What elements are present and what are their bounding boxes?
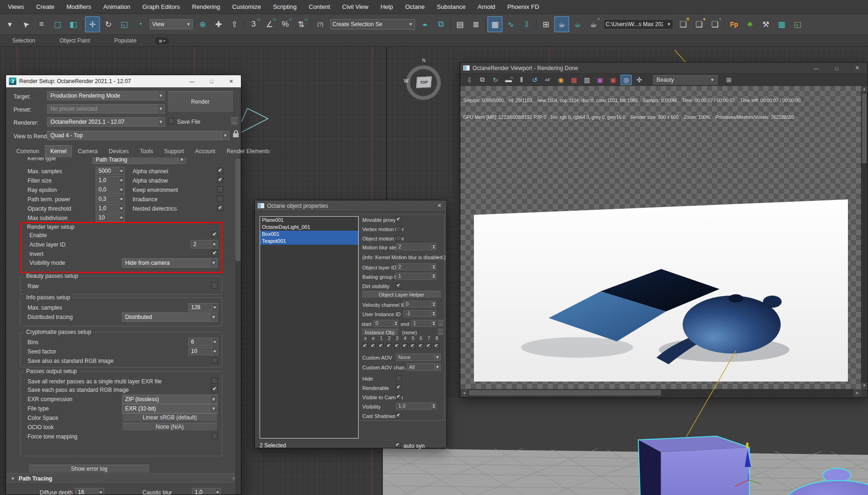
data-table-icon[interactable]: ▦ (774, 16, 789, 32)
rectangular-selection-icon[interactable]: ▢ (50, 16, 65, 32)
render-setup-dialog[interactable]: 3 Render Setup: OctaneRender 2021.1 - 12… (6, 75, 241, 495)
instance-object-button[interactable]: Instance Obj: (361, 329, 399, 336)
render-setup-icon[interactable]: ☕⚡ (586, 16, 601, 32)
visible-to-camera-checkbox[interactable] (396, 394, 402, 400)
nested-dielectrics-checkbox[interactable] (217, 205, 223, 211)
tab-tools[interactable]: Tools (134, 145, 159, 157)
object-layer-id-spinner[interactable]: 2 (396, 263, 436, 270)
close-button[interactable]: ✕ (221, 75, 241, 87)
spinner-arrows[interactable] (119, 167, 124, 175)
menu-arnold[interactable]: Arnold (472, 0, 501, 14)
layer-checkbox[interactable] (370, 343, 376, 349)
dialog-scroll-thumb[interactable] (235, 158, 240, 261)
vertical-scrollbar[interactable]: ▲ ▼ (861, 86, 868, 389)
layer-checkbox[interactable] (378, 343, 384, 349)
schematic-view-icon[interactable]: ⇩ (519, 16, 534, 32)
tab-render-elements[interactable]: Render Elements (221, 145, 275, 157)
scene-explorer-icon[interactable]: ▤ (452, 16, 467, 32)
tab-camera[interactable]: Camera (72, 145, 103, 157)
render-production-icon[interactable]: ❏● (692, 16, 706, 32)
force-tone-mapping-checkbox[interactable] (212, 433, 218, 439)
window-crossing-icon[interactable]: ◧ (66, 16, 81, 32)
angle-snap-icon[interactable]: ∠∪ (262, 16, 277, 32)
render-region-icon[interactable]: ▩ (568, 75, 579, 85)
ribbon-toggle-icon[interactable]: ▦ (487, 16, 502, 32)
save-rgb-checkbox[interactable] (212, 357, 218, 363)
visibility-mode-dropdown[interactable]: Hide from camera▼ (122, 258, 218, 268)
save-file-checkbox[interactable] (168, 118, 174, 124)
render-passes-icon[interactable]: ▣ (594, 75, 606, 85)
object-motion-blur-checkbox[interactable] (396, 235, 402, 241)
select-and-manipulate-icon[interactable]: ✚ (211, 16, 226, 32)
velocity-channel-id-spinner[interactable]: 0 (403, 301, 436, 308)
forest-pack-icon[interactable]: ♣ (742, 16, 757, 32)
menu-create[interactable]: Create (30, 0, 60, 14)
menu-animation[interactable]: Animation (97, 0, 136, 14)
tab-support[interactable]: Support (159, 145, 190, 157)
render-pass-dropdown[interactable]: Beauty ▼ (653, 75, 718, 85)
menu-content[interactable]: Content (303, 0, 336, 14)
active-layer-id-spinner[interactable]: 2 (191, 240, 218, 248)
alpha-shadow-checkbox[interactable] (217, 177, 223, 183)
cast-shadows-checkbox[interactable] (396, 413, 402, 418)
copy-image-icon[interactable]: ⧉ (477, 75, 488, 85)
scroll-down-icon[interactable]: ▼ (861, 382, 868, 389)
layer-checkbox[interactable] (386, 343, 392, 349)
spinner-arrows[interactable] (119, 195, 124, 203)
max-samples-spinner[interactable]: 5000 (96, 167, 125, 175)
film-lock-icon[interactable]: ⊞ (723, 75, 734, 85)
restart-icon[interactable]: ↺ (529, 75, 540, 85)
spinner-arrows[interactable] (431, 301, 435, 307)
object-picker-icon[interactable]: ▣ (607, 75, 619, 85)
camera-lock-icon[interactable]: ◎ (621, 75, 632, 85)
distributed-tracing-dropdown[interactable]: Distributed▼ (122, 312, 218, 322)
ribbon-tab-populate[interactable]: Populate (102, 37, 148, 44)
layer-checkbox[interactable] (434, 343, 439, 349)
white-balance-picker-icon[interactable]: ◉ (555, 75, 566, 85)
baking-group-id-spinner[interactable]: 1 (396, 273, 436, 280)
menu-graph-editors[interactable]: Graph Editors (136, 0, 186, 14)
save-multilayer-exr-checkbox[interactable] (212, 378, 218, 384)
vertex-motion-blur-checkbox[interactable] (396, 226, 402, 232)
menu-phoenix-fd[interactable]: Phoenix FD (501, 0, 545, 14)
spinner-arrows[interactable] (431, 273, 435, 279)
project-path-dropdown[interactable]: C:\Users\W...s Max 2022 ▼ (603, 19, 673, 29)
scroll-up-icon[interactable]: ▲ (861, 86, 868, 92)
snap-toggle-3d-icon[interactable]: 3∪ (246, 16, 261, 32)
spinner-arrows[interactable] (212, 240, 217, 248)
denoiser-icon[interactable]: ✣ (634, 75, 645, 85)
ray-epsilon-spinner[interactable]: 0,0 (96, 185, 125, 194)
select-by-name-icon[interactable]: ≡ (34, 16, 49, 32)
diffuse-depth-spinner[interactable]: 16 (75, 488, 104, 495)
edit-named-selection-sets-icon[interactable]: {?} (313, 16, 328, 32)
maximize-button[interactable]: □ (202, 75, 221, 87)
reload-icon[interactable]: ↻ (490, 75, 501, 85)
renderer-dropdown[interactable]: OctaneRender 2021.1 - 12.07▼ (47, 117, 165, 127)
list-item-selected[interactable]: Teapot001 (260, 238, 358, 245)
layer-checkbox[interactable] (410, 343, 416, 349)
mirror-icon[interactable]: ◂▸ (417, 16, 432, 32)
custom-aov-channel-dropdown[interactable]: All▼ (407, 363, 441, 371)
menu-rendering[interactable]: Rendering (186, 0, 226, 14)
spinner-arrows[interactable] (393, 320, 397, 326)
dialog-scrollbar[interactable] (235, 157, 241, 495)
ribbon-tab-object-paint[interactable]: Object Paint (47, 37, 102, 44)
info-max-samples-spinner[interactable]: 128 (188, 303, 218, 311)
tab-account[interactable]: Account (190, 145, 221, 157)
spinner-arrows[interactable] (119, 186, 124, 193)
layer-checkbox[interactable] (362, 343, 368, 349)
list-item-selected[interactable]: Box001 (260, 231, 358, 238)
spinner-arrows[interactable] (431, 244, 435, 250)
minimize-button[interactable]: — (806, 63, 826, 74)
target-dropdown[interactable]: Production Rendering Mode▼ (47, 91, 165, 100)
octane-render-area[interactable]: Smp/px: 5000/5000. rd: 29/1103. new:1104… (460, 86, 861, 389)
tab-common[interactable]: Common (11, 145, 45, 157)
use-pivot-center-icon[interactable]: ⊕ (195, 16, 210, 32)
object-layer-helper-button[interactable]: Object Layer Helper (361, 291, 442, 298)
scroll-left-icon[interactable]: ◂ (460, 389, 468, 396)
opacity-threshold-spinner[interactable]: 1,0 (96, 204, 125, 212)
compact-material-editor-icon[interactable]: ☕ (554, 16, 569, 32)
menu-views[interactable]: Views (2, 0, 30, 14)
file-type-dropdown[interactable]: EXR (32-bit)▼ (122, 404, 218, 413)
menu-customize[interactable]: Customize (226, 0, 267, 14)
